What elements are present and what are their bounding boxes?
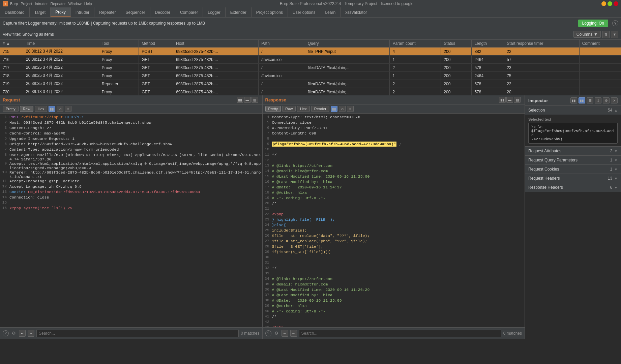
response-search-help-icon[interactable]: ?: [265, 330, 271, 336]
maximize-button[interactable]: [608, 1, 612, 6]
menu-repeater[interactable]: Repeater: [50, 2, 65, 6]
close-button[interactable]: [614, 1, 618, 6]
response-tab-newline-icon[interactable]: \n: [339, 106, 346, 112]
tab-proxy[interactable]: Proxy: [51, 7, 71, 17]
inspector-gear-icon[interactable]: ⚙: [603, 97, 610, 103]
request-tab-wrap-icon[interactable]: ≡: [65, 106, 71, 112]
inspector-section-header[interactable]: Request Cookies 1 ▼: [525, 165, 621, 174]
table-row[interactable]: 71620:38:12 3 4月 2022ProxyGET693f3ced-28…: [0, 56, 621, 64]
response-tab-raw[interactable]: Raw: [282, 106, 296, 112]
response-tab-table-icon[interactable]: ▮▮: [331, 106, 337, 112]
response-search-gear-icon[interactable]: ⚙: [273, 330, 279, 336]
col-header-status[interactable]: Status: [441, 40, 472, 48]
tab-dashboard[interactable]: Dashboard: [0, 7, 30, 17]
chevron-down-icon[interactable]: ▼: [611, 31, 618, 38]
response-layout-icon-2[interactable]: ▬: [506, 97, 513, 103]
minimize-button[interactable]: [601, 1, 606, 6]
tab-learn[interactable]: Learn: [320, 7, 341, 17]
request-search-prev-button[interactable]: ←: [19, 330, 26, 337]
request-layout-icon-2[interactable]: ▬: [244, 97, 251, 103]
request-tab-pretty[interactable]: Pretty: [3, 106, 19, 112]
line-text: [272, 255, 524, 261]
response-matches-text: 0 matches: [503, 331, 522, 336]
response-search-prev-button[interactable]: ←: [282, 330, 288, 337]
request-search-next-button[interactable]: →: [28, 330, 34, 337]
logging-button[interactable]: Logging: On: [578, 20, 608, 27]
help-icon[interactable]: ?: [612, 20, 618, 26]
col-header-path[interactable]: Path: [259, 40, 305, 48]
col-header-timer[interactable]: Start response timer: [504, 40, 579, 48]
response-tab-wrap-icon[interactable]: ≡: [347, 106, 354, 112]
columns-button[interactable]: Columns ▼: [573, 31, 601, 38]
tab-decoder[interactable]: Decoder: [150, 7, 175, 17]
response-layout-icon-1[interactable]: ▮▮: [499, 97, 506, 103]
tab-comparer[interactable]: Comparer: [175, 7, 203, 17]
tab-repeater[interactable]: Repeater: [94, 7, 121, 17]
col-header-param-count[interactable]: Param count: [390, 40, 441, 48]
col-header-time[interactable]: Time: [23, 40, 99, 48]
response-tab-bar: Pretty Raw Hex Render ▮▮ \n ≡: [263, 104, 525, 114]
inspector-sort-icon[interactable]: ☰: [587, 97, 593, 103]
inspector-section-chevron-icon: ▼: [614, 186, 618, 189]
tab-extender[interactable]: Extender: [226, 7, 252, 17]
menu-help[interactable]: Help: [84, 2, 92, 6]
col-header-id[interactable]: # ▲: [0, 40, 23, 48]
response-layout-icon-3[interactable]: ▤: [514, 97, 521, 103]
menu-project[interactable]: Project: [21, 2, 32, 6]
response-tab-render[interactable]: Render: [311, 106, 329, 112]
request-tab-newline-icon[interactable]: \n: [57, 106, 63, 112]
col-header-length[interactable]: Length: [472, 40, 504, 48]
request-line: 5Upgrade-Insecure-Requests: 1: [1, 136, 261, 142]
response-tab-hex[interactable]: Hex: [297, 106, 310, 112]
col-header-host[interactable]: Host: [173, 40, 259, 48]
tab-sequencer[interactable]: Sequencer: [121, 7, 150, 17]
inspector-section-header[interactable]: Response Headers 6 ▼: [525, 183, 621, 192]
table-row[interactable]: 71520:38:12 3 4月 2022ProxyPOST693f3ced-2…: [0, 48, 621, 56]
inspector-section-header[interactable]: Request Query Parameters 1 ▼: [525, 156, 621, 164]
line-text: Accept-Encoding: gzip, deflate: [9, 179, 261, 184]
menu-window[interactable]: Window: [68, 2, 82, 6]
col-header-comment[interactable]: Comment: [579, 40, 621, 48]
line-number: 13: [1, 190, 9, 195]
request-content: 1POST /?file=PHP://input HTTP/1.12Host: …: [0, 114, 262, 327]
inspector-selection-header[interactable]: Selection 54 ▲: [525, 106, 621, 115]
response-tab-pretty[interactable]: Pretty: [265, 106, 281, 112]
inspector-close-icon[interactable]: ✕: [611, 97, 618, 103]
inspector-section-header[interactable]: Request Attributes 2 ▼: [525, 147, 621, 155]
inspector-layout-icon-1[interactable]: ▮▮: [570, 97, 577, 103]
request-tab-table-icon[interactable]: ▮▮: [49, 106, 55, 112]
inspector-layout-icon-2[interactable]: ▮▮: [579, 97, 585, 103]
menu-burp[interactable]: Burp: [10, 2, 18, 6]
inspector-expand-icon[interactable]: ⇕: [595, 97, 601, 103]
line-number: 39: [264, 304, 272, 309]
col-header-method[interactable]: Method: [139, 40, 173, 48]
request-layout-icon-3[interactable]: ▤: [252, 97, 258, 103]
tab-intruder[interactable]: Intruder: [71, 7, 94, 17]
tab-logger[interactable]: Logger: [203, 7, 225, 17]
table-row[interactable]: 72020:39:13 3 4月 2022ProxyGET693f3ced-28…: [0, 88, 621, 96]
request-search-help-icon[interactable]: ?: [3, 330, 9, 336]
col-header-tool[interactable]: Tool: [99, 40, 139, 48]
request-line: 8User-Agent: Mozilla/5.0 (Windows NT 10.…: [1, 153, 261, 161]
request-tab-hex[interactable]: Hex: [35, 106, 48, 112]
request-layout-icon-1[interactable]: ▮▮: [237, 97, 243, 103]
response-search-next-button[interactable]: →: [290, 330, 297, 337]
table-row[interactable]: 71820:38:25 3 4月 2022ProxyGET693f3ced-28…: [0, 72, 621, 80]
tab-user-options[interactable]: User options: [288, 7, 320, 17]
tab-xssvalidator[interactable]: xssValidator: [341, 7, 372, 17]
request-search-input[interactable]: [36, 330, 239, 337]
menu-intruder[interactable]: Intruder: [35, 2, 48, 6]
inspector-section-header[interactable]: Request Headers 13 ▼: [525, 174, 621, 183]
col-header-query[interactable]: Query: [305, 40, 390, 48]
table-row[interactable]: 71720:38:25 3 4月 2022ProxyGET693f3ced-28…: [0, 64, 621, 72]
inspector-section-label: Request Attributes: [528, 149, 561, 153]
request-tab-raw[interactable]: Raw: [20, 106, 33, 112]
table-row[interactable]: 71920:38:35 3 4月 2022RepeaterGET693f3ced…: [0, 80, 621, 88]
line-number: 16: [264, 180, 272, 185]
request-search-gear-icon[interactable]: ⚙: [11, 330, 17, 336]
response-title: Response: [265, 97, 286, 102]
delete-icon[interactable]: 🗑: [602, 31, 610, 38]
response-search-input[interactable]: [299, 330, 501, 337]
tab-target[interactable]: Target: [30, 7, 51, 17]
tab-project-options[interactable]: Project options: [252, 7, 288, 17]
